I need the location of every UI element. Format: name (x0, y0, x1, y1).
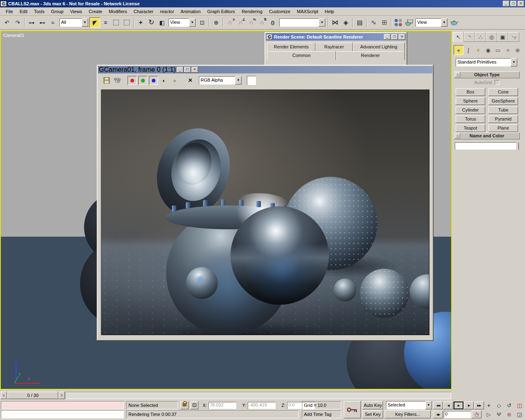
save-bitmap-icon[interactable] (102, 76, 111, 85)
mirror-icon[interactable]: ⋈ (330, 17, 340, 28)
x-coordinate-field[interactable]: 78.032 (208, 402, 236, 409)
blue-channel-toggle[interactable] (149, 76, 158, 85)
select-and-move-icon[interactable]: + (135, 17, 146, 28)
reference-coordinate-system-dropdown[interactable]: View ▼ (169, 18, 196, 27)
clone-rendered-frame-icon[interactable] (113, 76, 122, 85)
monochrome-toggle[interactable]: ● (170, 76, 179, 85)
orbit-camera-icon[interactable]: ↺ (504, 401, 514, 410)
time-slider-track[interactable] (65, 392, 451, 399)
minimize-button[interactable]: _ (503, 1, 509, 7)
maxscript-listener-pink[interactable] (1, 401, 124, 409)
set-key-button[interactable]: Set Key (363, 410, 383, 418)
tab-display-icon[interactable]: ▣ (497, 32, 508, 42)
go-to-start-icon[interactable]: ◀◀ (433, 402, 443, 409)
render-scene-icon[interactable] (404, 17, 414, 28)
tube-button[interactable]: Tube (488, 106, 518, 114)
previous-frame-arrow[interactable]: < (1, 392, 7, 399)
tab-utilities-icon[interactable]: ⊤ (508, 32, 519, 42)
geosphere-button[interactable]: GeoSphere (488, 97, 518, 105)
menu-views[interactable]: Views (67, 8, 85, 15)
key-filters-button[interactable]: Key Filters... (385, 410, 431, 418)
pyramid-button[interactable]: Pyramid (488, 115, 518, 123)
selection-lock-icon[interactable] (180, 401, 189, 409)
window-crossing-toggle-icon[interactable] (121, 17, 132, 28)
field-of-view-icon[interactable]: ▷ (484, 410, 493, 419)
add-time-tag[interactable]: Add Time Tag (302, 410, 341, 418)
collapse-icon[interactable]: - (455, 133, 460, 138)
redo-icon[interactable]: ↷ (12, 17, 23, 28)
chevron-down-icon[interactable]: ▼ (425, 401, 432, 409)
object-name-input[interactable] (455, 142, 516, 150)
named-selection-dropdown[interactable]: ▼ (279, 18, 325, 27)
play-animation-icon[interactable]: ▶ (454, 402, 463, 409)
zoom-extents-icon[interactable]: ◇ (494, 401, 504, 410)
arc-rotate-icon[interactable]: ⊚ (504, 410, 514, 419)
tab-render-elements[interactable]: Render Elements (267, 43, 315, 51)
helpers-icon[interactable]: ▭ (493, 45, 503, 55)
dialog-close-button[interactable]: × (399, 34, 405, 40)
dialog-maximize-button[interactable]: □ (391, 34, 398, 40)
frame-minimize-button[interactable]: _ (177, 67, 183, 73)
viewport-label[interactable]: Camera01 (3, 33, 24, 38)
zoom-icon[interactable]: + (484, 401, 493, 410)
cylinder-button[interactable]: Cylinder (456, 106, 485, 114)
tab-raytracer[interactable]: Raytracer (315, 43, 353, 51)
torus-button[interactable]: Torus (456, 115, 485, 123)
align-icon[interactable]: ◈ (340, 17, 351, 28)
menu-animation[interactable]: Animation (177, 8, 204, 15)
box-button[interactable]: Box (456, 88, 485, 96)
next-frame-arrow[interactable]: > (59, 392, 65, 399)
bind-to-space-warp-icon[interactable]: ≈ (48, 17, 58, 28)
autogrid-checkbox[interactable] (495, 80, 500, 85)
named-selection-sets-icon[interactable]: {} (267, 17, 278, 28)
next-frame-icon[interactable]: |▶ (464, 402, 474, 409)
select-and-link-icon[interactable]: ⊶ (26, 17, 37, 28)
clear-button[interactable]: × (186, 76, 195, 85)
undo-icon[interactable]: ↶ (2, 17, 12, 28)
curve-editor-icon[interactable]: ∿ (368, 17, 379, 28)
angle-snap-icon[interactable]: ∩∠ (235, 17, 246, 28)
geometry-icon[interactable]: ● (454, 45, 463, 55)
menu-help[interactable]: Help (322, 8, 338, 15)
tab-hierarchy-icon[interactable]: ∴ (475, 32, 486, 42)
teapot-button[interactable]: Teapot (456, 124, 485, 132)
primitive-category-dropdown[interactable]: Standard Primitives ▼ (456, 58, 517, 66)
plane-button[interactable]: Plane (488, 124, 518, 132)
go-to-end-icon[interactable]: ▶▶ (474, 402, 484, 409)
lights-icon[interactable]: ☀ (473, 45, 483, 55)
current-frame-field[interactable]: 0 (444, 411, 471, 418)
dialog-minimize-button[interactable]: _ (384, 34, 390, 40)
select-and-rotate-icon[interactable]: ↻ (146, 17, 157, 28)
close-button[interactable]: × (518, 1, 524, 7)
menu-create[interactable]: Create (85, 8, 105, 15)
rectangular-selection-region-icon[interactable] (111, 17, 121, 28)
select-and-scale-icon[interactable]: ◧ (157, 17, 167, 28)
sphere-button[interactable]: Sphere (456, 97, 485, 105)
material-editor-icon[interactable] (393, 17, 404, 28)
chevron-down-icon[interactable]: ▼ (82, 18, 88, 27)
menu-modifiers[interactable]: Modifiers (105, 8, 130, 15)
cameras-icon[interactable]: ◉ (483, 45, 493, 55)
selection-filter-dropdown[interactable]: All ▼ (59, 18, 88, 27)
menu-group[interactable]: Group (48, 8, 67, 15)
select-and-manipulate-icon[interactable]: ⊕ (211, 17, 221, 28)
key-selection-dropdown[interactable]: Selected ▼ (386, 401, 432, 409)
previous-frame-icon[interactable]: ◀| (443, 402, 453, 409)
time-configuration-icon[interactable]: ◷ (472, 411, 482, 418)
menu-tools[interactable]: Tools (31, 8, 48, 15)
chevron-down-icon[interactable]: ▼ (235, 76, 242, 84)
percent-snap-icon[interactable]: ∩% (246, 17, 257, 28)
select-object-button[interactable]: ◤ (89, 17, 100, 28)
alpha-channel-toggle[interactable]: ◐ (160, 76, 169, 85)
use-pivot-point-center-icon[interactable]: ⊡ (197, 17, 208, 28)
y-coordinate-field[interactable]: -400.419 (248, 402, 276, 409)
tab-renderer[interactable]: Renderer (336, 51, 405, 60)
min-max-toggle-icon[interactable]: ◲ (515, 410, 524, 419)
zoom-extents-all-icon[interactable]: ◫ (515, 401, 524, 410)
maximize-button[interactable]: □ (510, 1, 517, 7)
green-channel-toggle[interactable] (138, 76, 147, 85)
menu-rendering[interactable]: Rendering (238, 8, 266, 15)
key-mode-toggle-icon[interactable]: ◀▶ (433, 411, 443, 418)
tab-common[interactable]: Common (267, 51, 336, 60)
menu-maxscript[interactable]: MAXScript (294, 8, 322, 15)
